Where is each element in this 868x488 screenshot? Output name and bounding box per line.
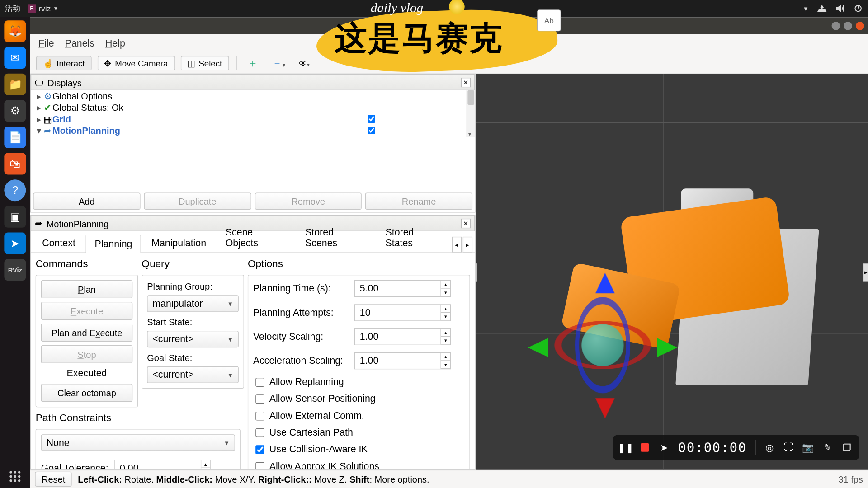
allow-replanning-checkbox[interactable]: [255, 377, 264, 386]
tabs-scroll-right[interactable]: ▸: [463, 237, 472, 253]
tool-select[interactable]: ◫ Select: [180, 56, 229, 70]
stop-button: Stop: [41, 345, 133, 363]
rviz-launcher[interactable]: RViz: [4, 259, 26, 281]
allow-approx-ik-checkbox[interactable]: [255, 462, 264, 469]
goal-state-label: Goal State:: [147, 352, 239, 363]
system-status-bar: 活动 R rviz ▼ ▼: [0, 0, 868, 17]
move-icon: ✥: [104, 58, 111, 68]
code-launcher[interactable]: ➤: [4, 233, 26, 254]
menu-file[interactable]: File: [38, 38, 54, 48]
app-launcher[interactable]: ⚙: [4, 100, 26, 122]
recorder-stop-button[interactable]: [639, 442, 650, 453]
power-icon[interactable]: [854, 4, 863, 13]
tool-move-camera[interactable]: ✥ Move Camera: [98, 56, 175, 70]
display-description: [31, 137, 475, 190]
fps-counter: 31 fps: [838, 474, 863, 484]
svg-point-4: [18, 471, 20, 473]
menu-help[interactable]: Help: [105, 38, 125, 48]
recorder-cursor-icon[interactable]: ➤: [659, 442, 670, 453]
commands-heading: Commands: [36, 258, 138, 270]
clear-octomap-button[interactable]: Clear octomap: [41, 384, 133, 402]
tab-stored-scenes[interactable]: Stored Scenes: [296, 223, 375, 252]
recorder-fullscreen-icon[interactable]: ⛶: [783, 442, 794, 453]
caret-down-icon[interactable]: ▼: [803, 5, 809, 12]
window-close-button[interactable]: [856, 22, 864, 30]
tab-stored-states[interactable]: Stored States: [377, 223, 451, 252]
thunderbird-launcher[interactable]: ✉: [4, 47, 26, 69]
tree-scrollbar[interactable]: ▴ ▾: [467, 90, 475, 137]
network-icon[interactable]: [817, 4, 827, 13]
menu-bar: File Panels Help: [30, 34, 868, 52]
query-heading: Query: [142, 258, 244, 270]
terminal-launcher[interactable]: ▣: [4, 206, 26, 228]
unity-dock: 🦊 ✉ 📁 ⚙ 📄 🛍 ? ▣ ➤ RViz: [0, 17, 30, 488]
tabs-scroll-left[interactable]: ◂: [452, 237, 462, 253]
tab-planning[interactable]: Planning: [85, 235, 141, 253]
displays-panel-header[interactable]: 🖵 Displays ✕: [31, 75, 475, 90]
recorder-target-icon[interactable]: ◎: [764, 442, 775, 453]
apps-grid-icon[interactable]: [9, 470, 22, 483]
svg-point-6: [14, 475, 16, 478]
svg-point-5: [9, 475, 12, 478]
recorder-window-icon[interactable]: ❐: [841, 442, 852, 453]
help-launcher[interactable]: ?: [4, 179, 26, 201]
remove-tool-icon[interactable]: －▾: [268, 56, 289, 70]
options-heading: Options: [248, 258, 470, 270]
recorder-pause-button[interactable]: ❚❚: [620, 442, 631, 453]
tab-scene-objects[interactable]: Scene Objects: [217, 223, 295, 252]
add-display-button[interactable]: Add: [33, 193, 140, 210]
tab-context[interactable]: Context: [33, 234, 84, 252]
collapse-left[interactable]: ◂: [476, 263, 477, 281]
robot-model: [506, 152, 850, 409]
3d-viewport[interactable]: ◂ ▸ ❚❚: [476, 74, 868, 470]
document-launcher[interactable]: 📄: [4, 127, 26, 148]
goal-tolerance-label: Goal Tolerance:: [41, 463, 108, 469]
allow-external-comm-checkbox[interactable]: [255, 411, 264, 420]
volume-icon[interactable]: [835, 4, 845, 13]
recorder-camera-icon[interactable]: 📷: [803, 442, 814, 453]
interactive-marker[interactable]: [548, 291, 657, 399]
focus-tool-icon[interactable]: 👁▾: [295, 58, 314, 68]
files-launcher[interactable]: 📁: [4, 74, 26, 95]
duplicate-display-button: Duplicate: [144, 193, 251, 210]
motionplanning-icon: ➦: [35, 218, 42, 229]
planning-attempts-spinner[interactable]: 10▴▾: [354, 304, 451, 321]
start-state-label: Start State:: [147, 317, 239, 327]
reset-button[interactable]: Reset: [35, 472, 72, 487]
tool-interact[interactable]: ☝ Interact: [36, 56, 91, 70]
use-cartesian-path-checkbox[interactable]: [255, 428, 264, 437]
plan-button[interactable]: Plan: [41, 280, 133, 298]
grid-enable-checkbox[interactable]: [368, 115, 375, 123]
displays-tree[interactable]: ▸⚙Global Options ▸✔Global Status: Ok ▸▦G…: [31, 90, 475, 137]
start-state-combo[interactable]: <current>▼: [147, 331, 239, 347]
activities-button[interactable]: 活动: [5, 3, 21, 14]
planning-time-spinner[interactable]: 5.00▴▾: [354, 280, 451, 297]
collapse-right[interactable]: ▸: [863, 263, 868, 281]
allow-sensor-positioning-checkbox[interactable]: [255, 394, 264, 403]
menu-panels[interactable]: Panels: [65, 38, 94, 48]
motionplanning-close-button[interactable]: ✕: [461, 219, 471, 228]
planning-group-combo[interactable]: manipulator▼: [147, 295, 239, 312]
tab-manipulation[interactable]: Manipulation: [142, 234, 215, 252]
add-tool-icon[interactable]: ＋: [244, 56, 262, 70]
hand-icon: ☝: [43, 58, 53, 68]
motionplanning-enable-checkbox[interactable]: [368, 127, 375, 134]
displays-close-button[interactable]: ✕: [461, 78, 471, 87]
goal-tolerance-spinner[interactable]: 0.00 ▴▾: [114, 460, 211, 469]
velocity-scaling-spinner[interactable]: 1.00▴▾: [354, 328, 451, 345]
status-bar: Reset Left-Click: Rotate. Middle-Click: …: [30, 470, 868, 488]
remove-display-button: Remove: [255, 193, 362, 210]
window-minimize-button[interactable]: [832, 22, 840, 30]
app-menu[interactable]: R rviz ▼: [28, 4, 58, 13]
recorder-pencil-icon[interactable]: ✎: [822, 442, 833, 453]
use-collision-aware-ik-checkbox[interactable]: [255, 445, 264, 454]
window-maximize-button[interactable]: [844, 22, 852, 30]
software-launcher[interactable]: 🛍: [4, 153, 26, 175]
firefox-launcher[interactable]: 🦊: [4, 20, 26, 42]
goal-state-combo[interactable]: <current>▼: [147, 366, 239, 383]
acceleration-scaling-spinner[interactable]: 1.00▴▾: [354, 352, 451, 369]
screen-recorder-overlay: ❚❚ ➤ 00:00:00 ◎ ⛶ 📷 ✎ ❐: [613, 435, 859, 460]
velocity-scaling-label: Velocity Scaling:: [253, 331, 354, 342]
plan-and-execute-button[interactable]: Plan and Execute: [41, 324, 133, 342]
planning-time-label: Planning Time (s):: [253, 283, 354, 294]
